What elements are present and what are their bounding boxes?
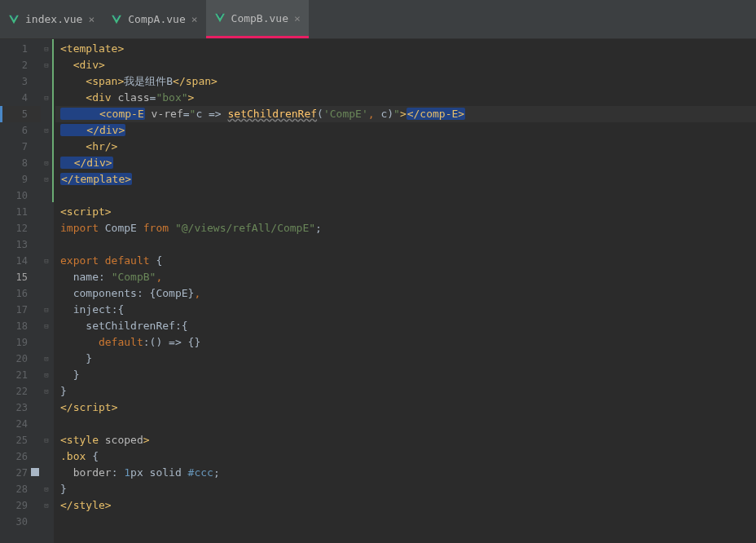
editor-tabs: index.vue × CompA.vue × CompB.vue ×: [0, 0, 756, 39]
line-number: 2: [0, 57, 41, 73]
fold-icon[interactable]: ⊟: [41, 318, 52, 334]
fold-icon[interactable]: ⊡: [41, 367, 52, 383]
vue-icon: [214, 12, 226, 24]
fold-icon[interactable]: ⊡: [41, 122, 52, 139]
line-number: 20: [0, 351, 41, 367]
fold-icon[interactable]: ⊡: [41, 155, 52, 171]
line-number: 18: [0, 318, 41, 334]
close-icon[interactable]: ×: [88, 13, 94, 25]
line-number: 26: [0, 448, 41, 465]
tab-index-vue[interactable]: index.vue ×: [0, 0, 103, 38]
fold-icon[interactable]: ⊡: [41, 171, 52, 188]
fold-icon[interactable]: ⊟: [41, 57, 52, 73]
close-icon[interactable]: ×: [191, 13, 198, 25]
line-number: 17: [0, 302, 41, 318]
line-number: 25: [0, 432, 41, 448]
line-number: 14: [0, 253, 41, 269]
vue-icon: [111, 14, 122, 25]
line-number: 3: [0, 73, 41, 90]
line-number: 22: [0, 383, 41, 400]
line-number: 21: [0, 367, 41, 383]
code-area[interactable]: <template> <div> <span>我是组件B</span> <div…: [55, 39, 756, 543]
fold-icon[interactable]: ⊟: [41, 41, 52, 57]
line-number: 23: [0, 400, 41, 416]
line-number: 28: [0, 481, 41, 497]
line-number: 1: [0, 41, 41, 57]
line-number: 29: [0, 497, 41, 514]
fold-icon[interactable]: ⊡: [41, 497, 52, 514]
tab-compb-vue[interactable]: CompB.vue ×: [206, 0, 309, 38]
fold-icon[interactable]: ⊟: [41, 302, 52, 318]
line-number: 5: [0, 106, 41, 122]
line-number: 7: [0, 139, 41, 155]
fold-icon[interactable]: ⊟: [41, 253, 52, 269]
fold-icon[interactable]: ⊡: [41, 383, 52, 400]
tab-label: index.vue: [25, 13, 82, 25]
tab-label: CompA.vue: [128, 13, 185, 25]
line-number: 19: [0, 334, 41, 351]
fold-icon[interactable]: ⊡: [41, 351, 52, 367]
fold-gutter: ⊟ ⊟ ⊟ ⊡ ⊡ ⊡ ⊟ ⊟ ⊟ ⊡ ⊡ ⊡ ⊟ ⊡ ⊡: [41, 39, 52, 543]
line-number: 30: [0, 514, 41, 530]
line-number: 4: [0, 90, 41, 106]
tab-label: CompB.vue: [231, 12, 288, 24]
fold-icon[interactable]: ⊟: [41, 90, 52, 106]
breakpoint-icon[interactable]: [31, 468, 39, 476]
line-number: 6: [0, 122, 41, 139]
fold-icon[interactable]: ⊟: [41, 432, 52, 448]
line-number: 13: [0, 236, 41, 253]
line-number: 8: [0, 155, 41, 171]
tab-compa-vue[interactable]: CompA.vue ×: [103, 0, 205, 38]
line-number: 15: [0, 269, 41, 285]
line-number: 24: [0, 416, 41, 432]
close-icon[interactable]: ×: [294, 12, 301, 24]
line-number-gutter: 1 2 3 4 5 6 7 8 9 10 11 12 13 14 15 16 1…: [0, 39, 41, 543]
fold-icon[interactable]: ⊡: [41, 481, 52, 497]
line-number: 9: [0, 171, 41, 188]
vcs-gutter: [52, 39, 54, 543]
line-number: 10: [0, 188, 41, 204]
line-number: 16: [0, 285, 41, 302]
code-editor[interactable]: 1 2 3 4 5 6 7 8 9 10 11 12 13 14 15 16 1…: [0, 39, 756, 543]
line-number: 12: [0, 220, 41, 236]
line-number: 27: [0, 465, 41, 481]
vue-icon: [8, 14, 20, 25]
line-number: 11: [0, 204, 41, 220]
